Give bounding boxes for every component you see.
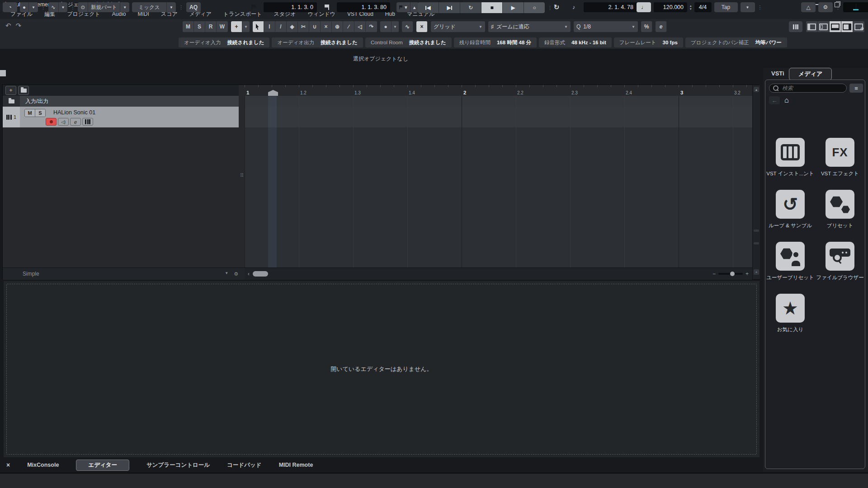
undo-button[interactable]: ↶ [5, 22, 11, 30]
time-signature-display[interactable]: 4/4 [694, 2, 712, 12]
info-record-format[interactable]: 録音形式48 kHz - 16 bit [539, 38, 612, 47]
monitor-button[interactable]: ◁) [58, 118, 69, 126]
loop-indicator-button[interactable]: ↻ [549, 2, 564, 12]
transport-clock-button[interactable]: ◔ [3, 2, 17, 12]
info-control-room[interactable]: Control Room接続されました [365, 38, 452, 47]
goto-right-locator-button[interactable] [320, 2, 334, 12]
project-cursor-handle[interactable] [268, 90, 278, 96]
home-button[interactable]: ⌂ [784, 96, 789, 104]
zoom-preset-dot[interactable] [754, 230, 759, 232]
draw-tool[interactable]: / [275, 21, 287, 32]
object-selection-tool[interactable] [253, 21, 264, 32]
read-automation-button[interactable]: R [205, 21, 217, 32]
info-audio-output[interactable]: オーディオ出力接続されました [272, 38, 363, 47]
primary-time-display[interactable]: 2. 1. 4. 78 [584, 2, 637, 12]
audio-record-mode-select[interactable]: ∿ ▼ [48, 2, 68, 12]
tab-vsti[interactable]: VSTi [771, 70, 784, 77]
grid-type-select[interactable]: ♯ ズームに適応 ▼ [488, 21, 571, 32]
tempo-display[interactable]: 120.000 [654, 2, 687, 12]
tile-loops-samples[interactable]: ↺ ループ & サンプル [767, 190, 814, 229]
back-button[interactable]: ← [769, 96, 780, 104]
results-list-button[interactable]: ≡ [849, 84, 863, 93]
left-locator-display[interactable]: 1. 1. 3. 0 [264, 2, 317, 12]
tempo-spinner[interactable]: ▴▾ [690, 4, 692, 10]
snap-type-select[interactable]: グリッド ▼ [431, 21, 485, 32]
zoom-preset-dot[interactable] [754, 242, 759, 244]
punch-in-button[interactable]: ▾ [396, 2, 410, 12]
snap-on-off-button[interactable]: × [416, 21, 428, 32]
quantize-select[interactable]: Q 1/8 ▼ [574, 21, 638, 32]
goto-start-button[interactable]: ◀ [418, 2, 439, 13]
tile-favorites[interactable]: ★ お気に入り [767, 294, 814, 333]
solo-all-button[interactable]: S [194, 21, 205, 32]
iterative-quantize-button[interactable]: % [641, 21, 652, 32]
info-pan-law[interactable]: プロジェクトのパン補正均等パワー [685, 38, 787, 47]
zoom-in-button[interactable]: + [745, 271, 749, 277]
vertical-zoom-in-button[interactable]: + [754, 269, 759, 275]
scroll-up-button[interactable]: ▴ [754, 87, 759, 92]
midi-cycle-mode-select[interactable]: ミックス ▼ [132, 2, 176, 12]
split-tool[interactable]: ✂ [298, 21, 309, 32]
open-instrument-button[interactable] [82, 118, 93, 126]
record-enable-button[interactable] [46, 118, 57, 126]
track-mute-button[interactable]: M [25, 109, 35, 117]
color-tool[interactable]: ↷ [366, 21, 377, 32]
tile-user-presets[interactable]: ユーザープリセット [767, 242, 814, 281]
preset-gear-icon[interactable]: ⚙ [234, 271, 238, 277]
erase-tool[interactable]: ◆ [287, 21, 298, 32]
right-locator-display[interactable]: 1. 1. 3. 80 [337, 2, 390, 12]
tab-editor[interactable]: エディター [76, 460, 129, 471]
tempo-track-button[interactable]: ♩ [637, 2, 651, 12]
tile-file-browser[interactable]: ファイルブラウザー [816, 242, 863, 281]
tab-mixconsole[interactable]: MixConsole [27, 462, 59, 468]
redo-button[interactable]: ↷ [16, 22, 22, 30]
horizontal-scrollbar[interactable]: ‹ − + [245, 267, 752, 280]
mute-tool[interactable]: × [321, 21, 332, 32]
info-record-time[interactable]: 残り録音時間168 時間 48 分 [454, 38, 537, 47]
zoom-slider[interactable] [718, 273, 743, 275]
metronome-button[interactable]: △ [801, 2, 816, 12]
punch-out-button[interactable]: ▴ [410, 2, 419, 12]
cycle-button[interactable]: ↻ [460, 2, 481, 13]
close-lower-zone-button[interactable]: × [6, 461, 10, 469]
glue-tool[interactable]: ∪ [309, 21, 321, 32]
event-display-area[interactable] [245, 96, 752, 267]
scroll-left-button[interactable]: ‹ [245, 271, 252, 277]
preset-dropdown[interactable]: ▼ [225, 271, 228, 277]
info-frame-rate[interactable]: フレームレート30 fps [614, 38, 683, 47]
zoom-tool[interactable]: ⊕ [332, 21, 343, 32]
auto-quantize-button[interactable]: AQ [186, 2, 201, 12]
feedback-dropdown[interactable]: ▼ [392, 21, 399, 32]
inspector-toggle[interactable] [818, 21, 830, 32]
right-zone-toggle[interactable] [841, 21, 853, 32]
instrument-track[interactable]: 1 M S HALion Sonic 01 ◁) e [3, 107, 239, 127]
acoustic-feedback-button[interactable]: ● [380, 21, 392, 32]
tile-presets[interactable]: プリセット [816, 190, 863, 229]
edit-instrument-button[interactable]: e [70, 118, 81, 126]
tile-vst-effects[interactable]: FX VST エフェクト [816, 138, 863, 177]
on-screen-keyboard-button[interactable] [789, 21, 802, 32]
range-selection-tool[interactable]: I [264, 21, 275, 32]
automation-curve-button[interactable]: ∿ [402, 21, 413, 32]
info-audio-input[interactable]: オーディオ入力接続されました [179, 38, 269, 47]
add-track-button[interactable]: + [5, 86, 16, 95]
track-solo-button[interactable]: S [35, 109, 45, 117]
io-folder-track[interactable]: 入力/出力 [3, 96, 239, 107]
write-automation-button[interactable]: W [217, 21, 228, 32]
autoscroll-dropdown[interactable]: ▼ [242, 21, 250, 32]
divider-drag-handle[interactable]: ⠿ [239, 169, 245, 182]
play-button[interactable]: ▶ [503, 2, 524, 13]
goto-end-button[interactable]: ▶ [439, 2, 460, 13]
tap-tempo-button[interactable]: Tap [714, 2, 738, 12]
transport-settings-button[interactable]: ⚙ [818, 2, 833, 12]
stop-button[interactable]: ■ [481, 2, 503, 13]
tab-sampler-control[interactable]: サンプラーコントロール [146, 461, 210, 469]
record-mode-select[interactable]: ● ▼ [20, 2, 38, 12]
quantize-panel-button[interactable]: e [656, 21, 667, 32]
vertical-scrollbar[interactable]: ▴ + [752, 85, 760, 279]
horizontal-scroll-thumb[interactable] [253, 271, 268, 277]
time-format-icon[interactable]: ♪ [566, 2, 581, 12]
window-layout-setup-button[interactable]: ⚙ [853, 21, 864, 32]
search-box[interactable] [769, 84, 847, 93]
midi-record-mode-select[interactable]: ⊙ 新規パート ▼ [78, 2, 129, 12]
